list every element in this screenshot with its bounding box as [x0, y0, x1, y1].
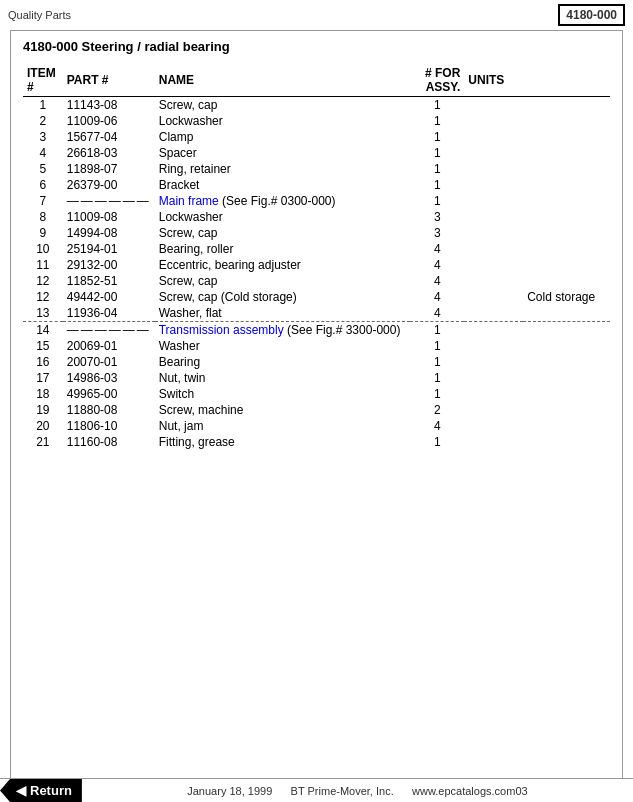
cell-part: 11009-08	[63, 209, 155, 225]
cell-item: 12	[23, 289, 63, 305]
cell-units	[464, 402, 523, 418]
cell-units	[464, 97, 523, 114]
col-header-name: NAME	[155, 64, 411, 97]
cell-units	[464, 193, 523, 209]
cell-for-assy: 2	[410, 402, 464, 418]
cell-item: 4	[23, 145, 63, 161]
doc-title: 4180-000 Steering / radial bearing	[23, 39, 610, 54]
table-row: 7——————Main frame (See Fig.# 0300-000)1	[23, 193, 610, 209]
cell-units	[464, 257, 523, 273]
cell-units	[464, 273, 523, 289]
return-label: Return	[30, 783, 72, 798]
cell-name: Lockwasher	[155, 113, 411, 129]
cell-part: 11880-08	[63, 402, 155, 418]
header-bar: Quality Parts 4180-000	[0, 0, 633, 30]
cell-name: Nut, twin	[155, 370, 411, 386]
cell-part: 11936-04	[63, 305, 155, 322]
cell-note	[523, 402, 610, 418]
cell-name[interactable]: Main frame (See Fig.# 0300-000)	[155, 193, 411, 209]
cell-item: 16	[23, 354, 63, 370]
cell-part: 49442-00	[63, 289, 155, 305]
cell-name: Nut, jam	[155, 418, 411, 434]
arrow-icon: ◀	[16, 783, 26, 798]
col-header-for: # FORASSY.	[410, 64, 464, 97]
cell-item: 9	[23, 225, 63, 241]
cell-note	[523, 145, 610, 161]
cell-units	[464, 145, 523, 161]
table-row: 511898-07Ring, retainer1	[23, 161, 610, 177]
cell-part: ——————	[63, 193, 155, 209]
table-row: 1714986-03Nut, twin1	[23, 370, 610, 386]
cell-name: Bearing, roller	[155, 241, 411, 257]
cell-note	[523, 113, 610, 129]
cell-part: 20070-01	[63, 354, 155, 370]
cell-for-assy: 1	[410, 434, 464, 450]
cell-units	[464, 289, 523, 305]
cell-name: Screw, machine	[155, 402, 411, 418]
cell-name: Lockwasher	[155, 209, 411, 225]
cell-name[interactable]: Transmission assembly (See Fig.# 3300-00…	[155, 322, 411, 339]
table-row: 914994-08Screw, cap3	[23, 225, 610, 241]
cell-for-assy: 1	[410, 97, 464, 114]
col-header-note	[523, 64, 610, 97]
cell-for-assy: 1	[410, 161, 464, 177]
return-button[interactable]: ◀ Return	[0, 779, 82, 802]
cell-for-assy: 4	[410, 257, 464, 273]
cell-note	[523, 434, 610, 450]
assembly-link[interactable]: Main frame	[159, 194, 219, 208]
cell-note	[523, 305, 610, 322]
cell-units	[464, 322, 523, 339]
cell-part: 11143-08	[63, 97, 155, 114]
cell-item: 20	[23, 418, 63, 434]
cell-item: 21	[23, 434, 63, 450]
table-row: 1620070-01Bearing1	[23, 354, 610, 370]
table-row: 111143-08Screw, cap1	[23, 97, 610, 114]
cell-item: 7	[23, 193, 63, 209]
table-row: 1211852-51Screw, cap4	[23, 273, 610, 289]
cell-note	[523, 97, 610, 114]
cell-item: 12	[23, 273, 63, 289]
cell-for-assy: 4	[410, 289, 464, 305]
table-row: 1911880-08Screw, machine2	[23, 402, 610, 418]
cell-part: 11898-07	[63, 161, 155, 177]
cell-part: 11009-06	[63, 113, 155, 129]
part-number-box: 4180-000	[558, 4, 625, 26]
cell-units	[464, 418, 523, 434]
cell-note	[523, 161, 610, 177]
footer-center: January 18, 1999 BT Prime-Mover, Inc. ww…	[82, 785, 633, 797]
table-row: 811009-08Lockwasher3	[23, 209, 610, 225]
cell-name: Fitting, grease	[155, 434, 411, 450]
cell-item: 18	[23, 386, 63, 402]
cell-for-assy: 1	[410, 193, 464, 209]
footer: ◀ Return January 18, 1999 BT Prime-Mover…	[0, 778, 633, 802]
cell-item: 19	[23, 402, 63, 418]
cell-note: Cold storage	[523, 289, 610, 305]
cell-note	[523, 177, 610, 193]
cell-part: 11160-08	[63, 434, 155, 450]
cell-item: 3	[23, 129, 63, 145]
cell-for-assy: 1	[410, 145, 464, 161]
cell-units	[464, 225, 523, 241]
cell-item: 6	[23, 177, 63, 193]
cell-name: Eccentric, bearing adjuster	[155, 257, 411, 273]
cell-part: 25194-01	[63, 241, 155, 257]
cell-item: 13	[23, 305, 63, 322]
cell-item: 17	[23, 370, 63, 386]
cell-for-assy: 1	[410, 113, 464, 129]
cell-for-assy: 1	[410, 386, 464, 402]
cell-part: 11852-51	[63, 273, 155, 289]
cell-for-assy: 3	[410, 225, 464, 241]
cell-name: Ring, retainer	[155, 161, 411, 177]
cell-for-assy: 1	[410, 370, 464, 386]
assembly-link[interactable]: Transmission assembly	[159, 323, 284, 337]
cell-note	[523, 241, 610, 257]
table-row: 2111160-08Fitting, grease1	[23, 434, 610, 450]
cell-name: Bearing	[155, 354, 411, 370]
cell-name: Screw, cap (Cold storage)	[155, 289, 411, 305]
cell-units	[464, 338, 523, 354]
cell-part: 26379-00	[63, 177, 155, 193]
cell-item: 15	[23, 338, 63, 354]
cell-item: 5	[23, 161, 63, 177]
cell-units	[464, 113, 523, 129]
cell-item: 8	[23, 209, 63, 225]
